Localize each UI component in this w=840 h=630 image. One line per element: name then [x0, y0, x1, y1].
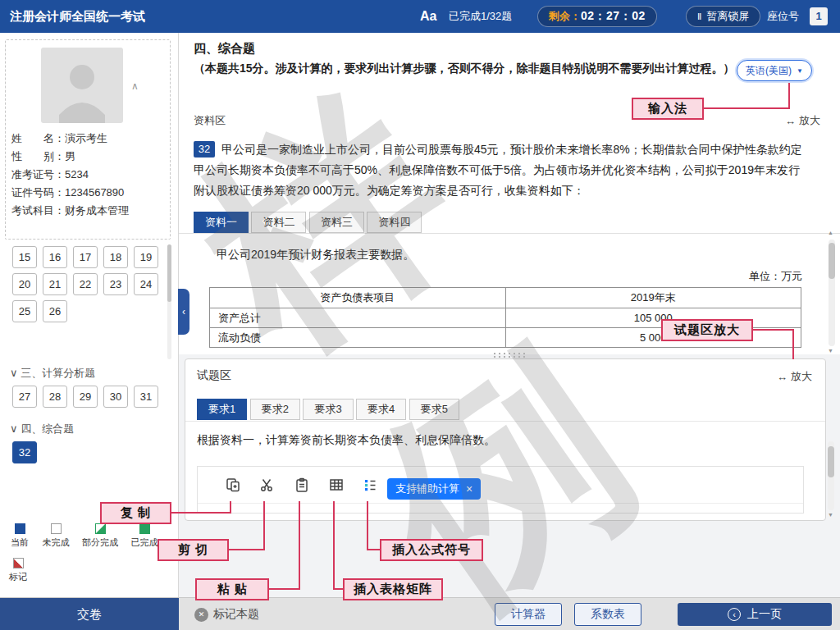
- paste-icon[interactable]: [293, 476, 311, 494]
- table-header-item: 资产负债表项目: [210, 288, 506, 308]
- tab-material-2[interactable]: 资料二: [251, 212, 306, 233]
- close-icon[interactable]: ×: [466, 482, 472, 495]
- scroll-down-icon[interactable]: ▼: [828, 512, 833, 518]
- question-cell-19[interactable]: 19: [134, 246, 158, 268]
- annotation-copy: 复 制: [100, 502, 171, 524]
- tab-material-3[interactable]: 资料三: [309, 212, 364, 233]
- question-cell-29[interactable]: 29: [73, 386, 98, 408]
- exam-scrollbar-thumb[interactable]: [828, 446, 834, 477]
- progress-status: 已完成1/32题: [449, 0, 512, 33]
- material-area-label: 资料区: [194, 113, 226, 128]
- app-title: 注册会计师全国统一考试: [10, 0, 145, 33]
- font-size-icon[interactable]: Aa: [420, 0, 436, 33]
- previous-page-button[interactable]: ‹ 上一页: [678, 603, 832, 626]
- remaining-label: 剩余：: [549, 9, 581, 24]
- tab-requirement-2[interactable]: 要求2: [250, 399, 300, 420]
- question-cell-23[interactable]: 23: [103, 273, 128, 295]
- annotation-cut: 剪 切: [158, 539, 229, 561]
- submit-paper-button[interactable]: 交卷: [0, 598, 179, 630]
- ime-label: 英语(美国): [746, 64, 792, 78]
- question-cell-27[interactable]: 27: [12, 386, 37, 408]
- mark-question-button[interactable]: ✕ 标记本题: [194, 598, 259, 630]
- sidebar-scrollbar[interactable]: [167, 244, 171, 359]
- info-row-admission-no: 准考证号：5234: [11, 166, 129, 184]
- table-header-row: 资产负债表项目 2019年末: [210, 288, 801, 308]
- exam-enlarge-button[interactable]: ↔ 放大: [777, 369, 812, 384]
- annotation-paste: 粘 贴: [195, 578, 269, 600]
- question-cell-24[interactable]: 24: [134, 273, 158, 295]
- tabs-divider: [179, 233, 840, 234]
- legend-incomplete-swatch: [51, 523, 62, 534]
- annotation-enlarge: 试题区放大: [661, 319, 753, 341]
- pause-lock-button[interactable]: Ⅱ 暂离锁屏: [686, 6, 760, 27]
- tab-material-4[interactable]: 资料四: [367, 212, 422, 233]
- tab-requirement-1[interactable]: 要求1: [197, 399, 247, 420]
- question-cell-15[interactable]: 15: [12, 246, 37, 268]
- status-legend: 当前 未完成 部分完成 已完成: [3, 523, 176, 549]
- tab-material-1[interactable]: 资料一: [194, 212, 249, 233]
- avatar: [41, 48, 123, 123]
- coefficient-table-button[interactable]: 系数表: [574, 603, 641, 626]
- question-cell-28[interactable]: 28: [43, 386, 67, 408]
- exam-app: 注册会计师全国统一考试 Aa 已完成1/32题 剩余： 02：27：02 Ⅱ 暂…: [0, 0, 840, 630]
- material-enlarge-button[interactable]: ↔ 放大: [785, 113, 820, 128]
- calculator-button[interactable]: 计算器: [495, 603, 562, 626]
- top-bar: 注册会计师全国统一考试 Aa 已完成1/32题 剩余： 02：27：02 Ⅱ 暂…: [0, 0, 840, 33]
- info-row-id-no: 证件号码：1234567890: [11, 184, 129, 202]
- copy-icon[interactable]: [224, 476, 242, 494]
- material-area: 四、综合题 （本题共15分。涉及计算的，要求列出计算步骤，否则不得分，除非题目特…: [179, 33, 840, 354]
- section-calc-analysis[interactable]: ∨ 三、计算分析题: [10, 366, 95, 381]
- annotation-ime: 输入法: [632, 98, 704, 120]
- section-comprehensive[interactable]: ∨ 四、综合题: [10, 422, 74, 436]
- legend-partial: 部分完成: [75, 523, 125, 549]
- requirement-tabs-divider: [185, 421, 825, 422]
- question-cell-16[interactable]: 16: [43, 246, 67, 268]
- exam-area-panel: 试题区 ↔ 放大 要求1 要求2 要求3 要求4 要求5 根据资料一，计算筹资前…: [185, 358, 826, 521]
- legend-incomplete: 未完成: [36, 523, 75, 549]
- dropdown-caret-icon: ▼: [797, 67, 803, 75]
- section-title: 四、综合题: [194, 41, 255, 57]
- material-scrollbar[interactable]: [829, 240, 835, 346]
- ime-selector[interactable]: 英语(美国) ▼: [737, 60, 812, 81]
- question-cell-32-current[interactable]: 32: [12, 441, 37, 463]
- question-cell-25[interactable]: 25: [12, 300, 37, 322]
- legend-current: 当前: [3, 523, 36, 549]
- examinee-info: 姓 名：演示考生 性 别：男 准考证号：5234 证件号码：1234567890…: [11, 130, 129, 220]
- tab-requirement-3[interactable]: 要求3: [303, 399, 353, 420]
- cut-icon[interactable]: [258, 476, 276, 494]
- scroll-down-icon[interactable]: ▼: [828, 348, 833, 354]
- seat-number-badge: 1: [810, 7, 828, 25]
- panel-resize-handle[interactable]: [492, 352, 528, 358]
- table-icon[interactable]: [327, 476, 345, 494]
- question-cell-18[interactable]: 18: [103, 246, 128, 268]
- legend-complete-swatch: [139, 523, 150, 534]
- annotation-matrix: 插入表格矩阵: [343, 578, 443, 600]
- material-scrollbar-thumb[interactable]: [829, 243, 835, 279]
- table-intro: 甲公司2019年预计财务报表主要数据。: [217, 248, 414, 262]
- chevron-up-icon[interactable]: ∧: [131, 80, 139, 92]
- question-cell-30[interactable]: 30: [103, 386, 128, 408]
- info-row-subject: 考试科目：财务成本管理: [11, 202, 129, 220]
- legend-mark: 标记: [3, 558, 33, 583]
- info-row-gender: 性 别：男: [11, 148, 129, 166]
- exam-scrollbar[interactable]: [828, 441, 834, 510]
- scroll-up-icon[interactable]: ▲: [828, 230, 833, 235]
- chevron-left-icon: ‹: [182, 306, 185, 317]
- question-cell-17[interactable]: 17: [73, 246, 98, 268]
- question-cell-31[interactable]: 31: [134, 386, 158, 408]
- legend-current-swatch: [15, 523, 25, 534]
- question-cell-20[interactable]: 20: [12, 273, 37, 295]
- pause-label: 暂离锁屏: [706, 9, 749, 24]
- tab-requirement-4[interactable]: 要求4: [356, 399, 406, 420]
- sidebar-collapse-handle[interactable]: ‹: [178, 289, 189, 335]
- assist-calc-badge[interactable]: 支持辅助计算 ×: [387, 478, 481, 500]
- question-number-badge: 32: [194, 141, 215, 158]
- question-cell-22[interactable]: 22: [73, 273, 98, 295]
- formula-icon[interactable]: [361, 476, 379, 494]
- question-cell-26[interactable]: 26: [43, 300, 67, 322]
- tab-requirement-5[interactable]: 要求5: [409, 399, 459, 420]
- answer-editor[interactable]: 支持辅助计算 ×: [197, 466, 804, 514]
- legend-mark-swatch: [13, 558, 24, 568]
- question-cell-21[interactable]: 21: [43, 273, 67, 295]
- sidebar-scrollbar-thumb[interactable]: [167, 244, 171, 302]
